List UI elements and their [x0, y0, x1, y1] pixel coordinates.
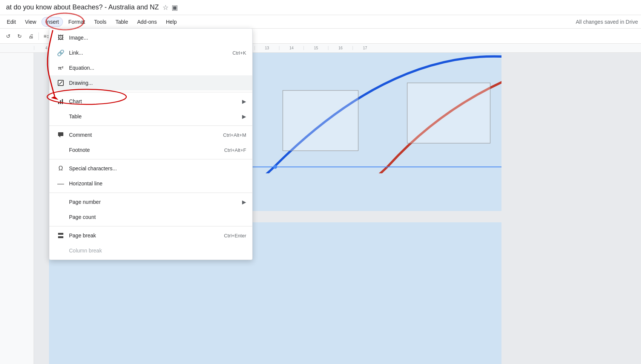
redo-button[interactable]: ↻	[14, 31, 25, 41]
chart-label: Chart	[69, 98, 239, 104]
horizontal-line-icon: —	[55, 179, 66, 188]
comment-shortcut: Ctrl+Alt+M	[223, 132, 246, 138]
svg-rect-1	[407, 83, 490, 143]
drawing-icon	[55, 78, 66, 87]
svg-rect-6	[60, 100, 61, 104]
undo-button[interactable]: ↺	[3, 31, 14, 41]
folder-icon[interactable]: ▣	[172, 3, 178, 12]
menu-item-page-number[interactable]: Page number ▶	[49, 194, 252, 210]
menu-item-addons[interactable]: Add-ons	[133, 17, 161, 26]
menu-item-table-insert[interactable]: Table ▶	[49, 109, 252, 124]
ruler-mark: 13	[255, 46, 279, 50]
svg-marker-9	[59, 136, 60, 138]
menu-item-image[interactable]: 🖼 Image...	[49, 30, 252, 45]
menu-item-view[interactable]: View	[21, 17, 40, 26]
page-break-label: Page break	[69, 232, 224, 239]
link-icon: 🔗	[55, 48, 66, 57]
page-count-icon	[55, 213, 66, 222]
svg-rect-10	[58, 233, 63, 235]
menu-item-help[interactable]: Help	[162, 17, 181, 26]
menu-item-drawing[interactable]: Drawing...	[49, 75, 252, 90]
ruler-mark: 15	[304, 46, 328, 50]
image-label: Image...	[69, 35, 246, 41]
separator-5	[49, 226, 252, 226]
omega-icon: Ω	[55, 164, 66, 173]
print-button[interactable]: 🖨	[26, 31, 36, 41]
separator-1	[49, 92, 252, 92]
document-title: at do you know about Beaches? - Australi…	[6, 3, 159, 11]
menu-item-footnote[interactable]: Footnote Ctrl+Alt+F	[49, 142, 252, 158]
link-shortcut: Ctrl+K	[233, 50, 246, 56]
page-number-arrow: ▶	[242, 199, 246, 205]
star-icon[interactable]: ☆	[163, 3, 169, 12]
svg-rect-5	[58, 102, 59, 104]
menu-item-horizontal-line[interactable]: — Horizontal line	[49, 176, 252, 191]
image-icon: 🖼	[55, 33, 66, 42]
comment-icon	[55, 130, 66, 139]
table-icon	[55, 112, 66, 121]
equation-label: Equation...	[69, 65, 246, 71]
link-label: Link...	[69, 50, 233, 56]
page-break-shortcut: Ctrl+Enter	[224, 233, 246, 239]
svg-rect-0	[283, 90, 358, 151]
page-break-icon	[55, 231, 66, 240]
column-break-icon	[55, 246, 66, 255]
menu-item-chart[interactable]: Chart ▶	[49, 94, 252, 109]
special-chars-label: Special characters...	[69, 165, 246, 171]
menu-item-format[interactable]: Format	[64, 17, 89, 26]
svg-rect-11	[58, 236, 63, 238]
chart-arrow: ▶	[242, 98, 246, 104]
menu-item-edit[interactable]: Edit	[3, 17, 20, 26]
ruler-mark: 14	[279, 46, 304, 50]
insert-dropdown-menu: 🖼 Image... 🔗 Link... Ctrl+K π² Equation.…	[49, 28, 253, 260]
menu-item-table[interactable]: Table	[112, 17, 132, 26]
menu-item-special-chars[interactable]: Ω Special characters...	[49, 161, 252, 176]
page-number-label: Page number	[69, 199, 239, 205]
menu-item-comment[interactable]: Comment Ctrl+Alt+M	[49, 127, 252, 142]
ruler-mark: 17	[353, 46, 377, 50]
separator-2	[49, 125, 252, 126]
save-status: All changes saved in Drive	[576, 19, 638, 25]
menu-item-equation[interactable]: π² Equation...	[49, 60, 252, 75]
column-break-label: Column break	[69, 248, 246, 254]
table-arrow: ▶	[242, 113, 246, 119]
title-bar: at do you know about Beaches? - Australi…	[0, 0, 641, 15]
image-position-dot	[273, 165, 277, 169]
sidebar	[0, 53, 34, 364]
footnote-label: Footnote	[69, 147, 224, 153]
table-label: Table	[69, 113, 239, 119]
footnote-icon	[55, 145, 66, 154]
comment-label: Comment	[69, 132, 223, 138]
menu-bar: Edit View Insert Format Tools Table Add-…	[0, 15, 641, 29]
menu-item-insert[interactable]: Insert	[41, 17, 63, 27]
horizontal-line-label: Horizontal line	[69, 180, 246, 187]
menu-item-tools[interactable]: Tools	[90, 17, 110, 26]
separator-4	[49, 193, 252, 193]
drawing-label: Drawing...	[69, 80, 246, 86]
toolbar-divider-1	[38, 32, 39, 40]
menu-item-link[interactable]: 🔗 Link... Ctrl+K	[49, 45, 252, 60]
svg-rect-7	[62, 99, 63, 104]
menu-item-page-break[interactable]: Page break Ctrl+Enter	[49, 228, 252, 243]
menu-item-column-break[interactable]: Column break	[49, 243, 252, 258]
ruler-mark: 16	[328, 46, 353, 50]
svg-rect-8	[58, 132, 63, 136]
chart-icon	[55, 97, 66, 106]
page-number-icon	[55, 197, 66, 206]
separator-3	[49, 159, 252, 159]
title-icons: ☆ ▣	[163, 3, 178, 12]
equation-icon: π²	[55, 63, 66, 72]
page-count-label: Page count	[69, 214, 246, 220]
menu-item-page-count[interactable]: Page count	[49, 210, 252, 225]
footnote-shortcut: Ctrl+Alt+F	[224, 147, 246, 153]
